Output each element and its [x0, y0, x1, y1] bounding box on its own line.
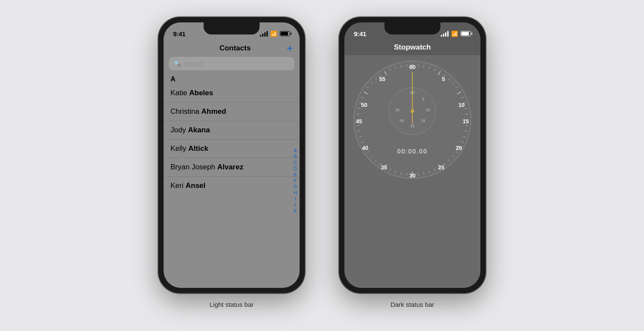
contact-name: Kelly Altick — [170, 144, 208, 153]
light-phone-label: Light status bar — [210, 301, 254, 308]
svg-text:50: 50 — [361, 102, 367, 108]
signal-bar-1 — [260, 35, 261, 37]
dial-wrapper: 60 5 10 15 20 25 — [352, 59, 473, 180]
search-bar[interactable]: 🔍 Search — [169, 57, 294, 70]
svg-text:15: 15 — [463, 118, 469, 125]
contact-row[interactable]: Jody Akana — [164, 121, 300, 140]
battery-fill-light — [281, 32, 288, 35]
svg-text:55: 55 — [379, 76, 385, 82]
contacts-screen: 9:41 📶 — [164, 22, 300, 288]
svg-text:15: 15 — [410, 124, 415, 128]
iphone-dark: 9:41 📶 — [339, 17, 486, 293]
contact-name: Bryan Joseph Alvarez — [170, 163, 243, 172]
iphone-dark-screen: 9:41 📶 — [344, 22, 480, 288]
status-time-dark: 9:41 — [354, 30, 366, 37]
contact-row[interactable]: Keri Ansel — [164, 177, 300, 195]
contact-row[interactable]: Christina Ahmed — [164, 103, 300, 121]
iphone-light-screen: 9:41 📶 — [164, 22, 300, 288]
battery-fill-dark — [461, 32, 469, 35]
contact-name: Keri Ansel — [170, 181, 205, 190]
dark-phone-wrapper: 9:41 📶 — [339, 17, 486, 308]
signal-bar-1 — [441, 35, 442, 37]
stopwatch-dial-container: 60 5 10 15 20 25 — [344, 55, 480, 288]
svg-text:20: 20 — [399, 119, 404, 123]
wifi-icon-dark: 📶 — [451, 31, 458, 37]
search-icon: 🔍 — [174, 60, 181, 67]
contacts-list: A Katie Abeles Christina Ahmed Jody Akan… — [164, 74, 300, 288]
notch-light — [204, 22, 260, 34]
iphone-light: 9:41 📶 — [158, 17, 305, 293]
contact-row[interactable]: Kelly Altick — [164, 140, 300, 158]
dark-phone-label: Dark status bar — [390, 301, 434, 308]
signal-bar-3 — [445, 32, 446, 37]
alphabet-index[interactable]: A B C D E F G H I J K — [294, 74, 297, 288]
stopwatch-dial-svg: 60 5 10 15 20 25 — [352, 59, 473, 180]
contact-row[interactable]: Katie Abeles — [164, 84, 300, 103]
status-bar-light: 9:41 📶 — [164, 22, 300, 41]
signal-bar-2 — [443, 34, 444, 37]
status-icons-light: 📶 — [260, 31, 290, 37]
status-icons-dark: 📶 — [441, 31, 471, 37]
svg-text:20: 20 — [456, 145, 462, 151]
contacts-title: Contacts — [183, 44, 287, 53]
contacts-header: Contacts + — [164, 41, 300, 57]
status-time-light: 9:41 — [173, 30, 186, 37]
signal-bar-4 — [266, 31, 268, 37]
svg-text:10: 10 — [458, 102, 464, 108]
svg-text:25: 25 — [395, 108, 399, 112]
svg-text:45: 45 — [356, 118, 362, 125]
contact-row[interactable]: Bryan Joseph Alvarez — [164, 158, 300, 177]
svg-text:10: 10 — [426, 108, 430, 112]
page-container: 9:41 📶 — [0, 0, 644, 331]
signal-bar-4 — [447, 31, 449, 37]
wifi-icon-light: 📶 — [270, 31, 277, 37]
add-contact-button[interactable]: + — [287, 43, 293, 53]
section-header-a: A — [164, 74, 300, 84]
contact-name: Christina Ahmed — [170, 107, 226, 116]
stopwatch-header: Stopwatch — [344, 41, 480, 55]
contact-name: Jody Akana — [170, 126, 210, 134]
svg-text:15: 15 — [421, 119, 425, 123]
signal-bar-2 — [262, 34, 263, 37]
svg-text:5: 5 — [422, 97, 424, 101]
stopwatch-screen: 9:41 📶 — [344, 22, 480, 288]
notch-dark — [384, 22, 440, 34]
signal-bars-light — [260, 31, 268, 37]
signal-bars-dark — [441, 31, 449, 37]
svg-text:5: 5 — [442, 76, 445, 82]
svg-point-83 — [411, 109, 414, 113]
signal-bar-3 — [264, 32, 266, 37]
light-phone-wrapper: 9:41 📶 — [158, 17, 305, 308]
stopwatch-title: Stopwatch — [394, 43, 431, 51]
svg-text:00:00.00: 00:00.00 — [397, 148, 428, 155]
search-placeholder: Search — [183, 60, 204, 67]
battery-icon-light — [280, 31, 290, 36]
contact-name: Katie Abeles — [170, 89, 213, 97]
status-bar-dark: 9:41 📶 — [344, 22, 480, 41]
svg-text:25: 25 — [438, 164, 444, 171]
battery-icon-dark — [461, 31, 471, 36]
